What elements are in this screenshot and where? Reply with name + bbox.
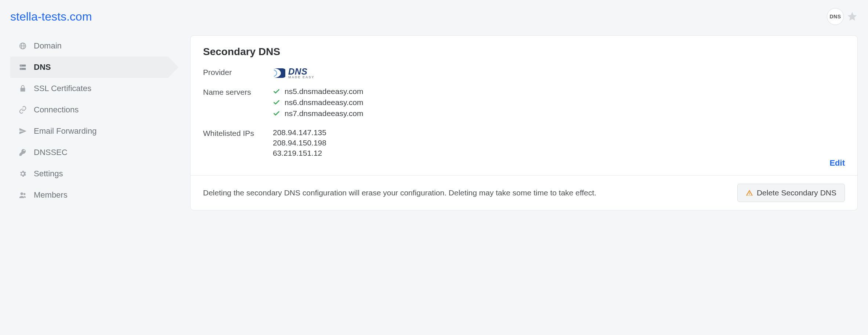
nameservers-list: ns5.dnsmadeeasy.com ns6.dnsmadeeasy.com … <box>273 87 845 120</box>
sidebar-item-settings[interactable]: Settings <box>10 163 168 184</box>
sidebar-item-connections[interactable]: Connections <box>10 99 168 120</box>
globe-icon <box>18 42 27 50</box>
whitelisted-ip: 63.219.151.12 <box>273 149 845 158</box>
nameserver-item: ns5.dnsmadeeasy.com <box>273 87 845 96</box>
sidebar-item-ssl-certificates[interactable]: SSL Certificates <box>10 78 168 99</box>
sidebar-label: DNS <box>34 62 51 72</box>
whitelisted-ip: 208.94.147.135 <box>273 128 845 137</box>
sidebar-item-members[interactable]: Members <box>10 184 168 206</box>
logo-text-sub: MADE EASY <box>288 76 315 79</box>
sidebar-label: Domain <box>34 41 62 51</box>
sidebar: Domain DNS SSL Certificates Connections <box>10 35 168 206</box>
star-icon[interactable] <box>847 11 858 22</box>
sidebar-label: Settings <box>34 169 63 179</box>
server-icon <box>18 63 27 71</box>
delete-secondary-dns-button[interactable]: Delete Secondary DNS <box>737 184 845 202</box>
panel-title: Secondary DNS <box>203 46 845 58</box>
sidebar-item-domain[interactable]: Domain <box>10 35 168 57</box>
dns-provider-badge[interactable]: DNS <box>827 8 844 25</box>
sidebar-item-dnssec[interactable]: DNSSEC <box>10 142 168 163</box>
check-icon <box>273 99 280 106</box>
nameservers-label: Name servers <box>203 87 273 97</box>
dns-made-easy-logo: DNS MADE EASY <box>273 67 845 79</box>
lock-icon <box>18 84 27 93</box>
edit-link[interactable]: Edit <box>829 158 845 168</box>
sidebar-item-dns[interactable]: DNS <box>10 57 168 78</box>
warning-icon <box>746 189 753 197</box>
provider-label: Provider <box>203 67 273 77</box>
svg-rect-0 <box>20 65 26 67</box>
whitelisted-ips-label: Whitelisted IPs <box>203 128 273 138</box>
sidebar-label: Connections <box>34 105 79 115</box>
key-icon <box>18 148 27 156</box>
svg-rect-1 <box>20 68 26 70</box>
sidebar-item-email-forwarding[interactable]: Email Forwarding <box>10 120 168 142</box>
sidebar-label: Members <box>34 190 68 200</box>
users-icon <box>18 191 27 199</box>
logo-text-main: DNS <box>288 67 315 76</box>
svg-point-3 <box>21 69 22 69</box>
delete-button-label: Delete Secondary DNS <box>757 188 836 197</box>
svg-point-2 <box>21 65 22 66</box>
whitelisted-ips-list: 208.94.147.135 208.94.150.198 63.219.151… <box>273 128 845 159</box>
domain-title[interactable]: stella-tests.com <box>10 10 92 24</box>
secondary-dns-panel: Secondary DNS Provider DNS MADE EASY <box>190 35 858 210</box>
nameserver-item: ns7.dnsmadeeasy.com <box>273 109 845 118</box>
svg-point-4 <box>21 192 23 195</box>
provider-value: DNS MADE EASY <box>273 67 845 79</box>
sidebar-label: Email Forwarding <box>34 126 97 136</box>
nameserver-value: ns5.dnsmadeeasy.com <box>285 87 363 96</box>
link-icon <box>18 106 27 114</box>
nameserver-value: ns7.dnsmadeeasy.com <box>285 109 363 118</box>
whitelisted-ip: 208.94.150.198 <box>273 138 845 147</box>
gear-icon <box>18 170 27 178</box>
check-icon <box>273 110 280 117</box>
dns-made-easy-swoosh-icon <box>273 68 285 79</box>
send-icon <box>18 127 27 135</box>
nameserver-item: ns6.dnsmadeeasy.com <box>273 98 845 107</box>
sidebar-label: SSL Certificates <box>34 84 91 93</box>
svg-point-5 <box>23 193 26 195</box>
delete-warning-text: Deleting the secondary DNS configuration… <box>203 187 726 199</box>
nameserver-value: ns6.dnsmadeeasy.com <box>285 98 363 107</box>
sidebar-label: DNSSEC <box>34 148 68 157</box>
check-icon <box>273 88 280 95</box>
